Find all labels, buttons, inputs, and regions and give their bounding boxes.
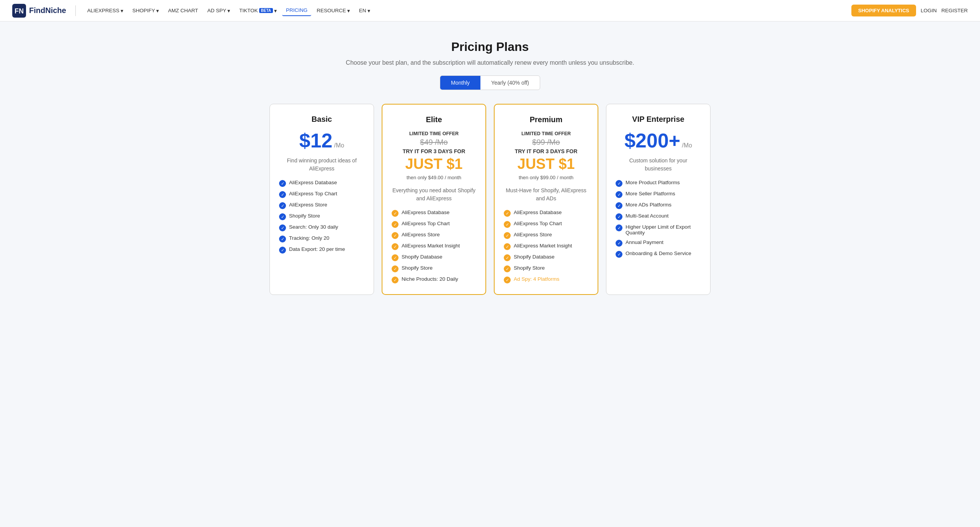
feature-text: AliExpress Top Chart (514, 221, 562, 226)
check-icon: ✓ (504, 210, 511, 217)
list-item: ✓ Higher Upper Limit of Export Quantity (616, 224, 701, 236)
premium-plan-card: Premium LIMITED TIME OFFER $99 /Mo TRY I… (494, 104, 598, 295)
elite-price-section: LIMITED TIME OFFER $49 /Mo TRY IT FOR 3 … (392, 131, 476, 180)
feature-text: More ADs Platforms (626, 202, 671, 208)
feature-text: More Product Platforms (626, 180, 680, 185)
basic-price: $12 (299, 131, 333, 151)
check-icon: ✓ (616, 240, 622, 247)
elite-try-text: TRY IT FOR 3 DAYS FOR (392, 148, 476, 154)
feature-text: AliExpress Top Chart (289, 191, 337, 196)
register-link[interactable]: REGISTER (941, 8, 968, 13)
check-icon: ✓ (279, 224, 286, 231)
list-item: ✓ Shopify Store (504, 265, 588, 272)
pricing-subtitle: Choose your best plan, and the subscript… (270, 59, 710, 66)
billing-toggle: Monthly Yearly (40% off) (440, 75, 540, 90)
list-item: ✓ Multi-Seat Account (616, 213, 701, 220)
premium-plan-title: Premium (504, 115, 588, 124)
vip-per-mo: /Mo (682, 142, 692, 149)
nav-amz-chart[interactable]: AMZ CHART (164, 5, 202, 16)
check-icon: ✓ (392, 221, 399, 228)
vip-description: Custom solution for your businesses (616, 157, 701, 173)
shopify-analytics-button[interactable]: SHOPIFY ANALYTICS (851, 5, 916, 16)
login-link[interactable]: LOGIN (921, 8, 937, 13)
premium-just-price: JUST $1 (504, 156, 588, 172)
elite-description: Everything you need about Shopify and Al… (392, 187, 476, 203)
check-icon: ✓ (616, 213, 622, 220)
check-icon: ✓ (392, 243, 399, 250)
main-content: Pricing Plans Choose your best plan, and… (260, 21, 720, 313)
list-item: ✓ AliExpress Database (504, 209, 588, 217)
feature-text: AliExpress Store (289, 202, 327, 208)
list-item: ✓ AliExpress Database (279, 180, 364, 187)
check-icon: ✓ (392, 210, 399, 217)
nav-divider (75, 5, 76, 16)
feature-text: AliExpress Database (402, 209, 449, 215)
basic-plan-title: Basic (279, 115, 364, 124)
navbar: FN FindNiche ALIEXPRESS ▾ SHOPIFY ▾ AMZ … (0, 0, 980, 21)
elite-original-price: $49 /Mo (392, 138, 476, 147)
check-icon: ✓ (279, 213, 286, 220)
elite-plan-card: Elite LIMITED TIME OFFER $49 /Mo TRY IT … (382, 104, 486, 295)
list-item: ✓ More Product Platforms (616, 180, 701, 187)
elite-then-text: then only $49.00 / month (392, 175, 476, 180)
list-item: ✓ Shopify Store (279, 213, 364, 220)
logo[interactable]: FN FindNiche (12, 4, 66, 18)
check-icon: ✓ (504, 265, 511, 272)
vip-plan-title: VIP Enterprise (616, 115, 701, 124)
tiktok-beta-badge: BETA (259, 8, 273, 13)
list-item: ✓ Shopify Database (504, 254, 588, 261)
list-item: ✓ AliExpress Store (392, 232, 476, 239)
check-icon: ✓ (616, 202, 622, 209)
nav-language[interactable]: EN ▾ (355, 5, 374, 16)
vip-price-section: $200+ /Mo (616, 131, 701, 151)
nav-resource[interactable]: RESOURCE ▾ (313, 5, 354, 16)
check-icon: ✓ (504, 243, 511, 250)
premium-try-text: TRY IT FOR 3 DAYS FOR (504, 148, 588, 154)
premium-original-price: $99 /Mo (504, 138, 588, 147)
feature-text-highlighted: Ad Spy: 4 Platforms (514, 276, 559, 282)
pricing-cards: Basic $12 /Mo Find winning product ideas… (270, 104, 710, 295)
premium-price-section: LIMITED TIME OFFER $99 /Mo TRY IT FOR 3 … (504, 131, 588, 180)
premium-description: Must-Have for Shopify, AliExpress and AD… (504, 187, 588, 203)
check-icon: ✓ (279, 236, 286, 242)
check-icon: ✓ (504, 221, 511, 228)
list-item: ✓ Shopify Store (392, 265, 476, 272)
list-item: ✓ More Seller Platforms (616, 191, 701, 198)
basic-price-section: $12 /Mo (279, 131, 364, 151)
check-icon: ✓ (616, 180, 622, 187)
pricing-title: Pricing Plans (270, 40, 710, 54)
elite-just-price: JUST $1 (392, 156, 476, 172)
feature-text: Tracking: Only 20 (289, 235, 329, 241)
nav-shopify[interactable]: SHOPIFY ▾ (129, 5, 163, 16)
feature-text: AliExpress Store (402, 232, 440, 237)
check-icon: ✓ (616, 191, 622, 198)
svg-text:FN: FN (15, 7, 24, 15)
list-item: ✓ Tracking: Only 20 (279, 235, 364, 242)
nav-tiktok[interactable]: TIKTOK BETA ▾ (235, 5, 281, 16)
list-item: ✓ AliExpress Store (279, 202, 364, 209)
vip-feature-list: ✓ More Product Platforms ✓ More Seller P… (616, 180, 701, 258)
feature-text: Search: Only 30 daily (289, 224, 338, 230)
check-icon: ✓ (392, 232, 399, 239)
check-icon: ✓ (279, 202, 286, 209)
yearly-toggle[interactable]: Yearly (40% off) (480, 76, 540, 90)
nav-aliexpress[interactable]: ALIEXPRESS ▾ (83, 5, 127, 16)
pricing-header: Pricing Plans Choose your best plan, and… (270, 40, 710, 90)
feature-text: AliExpress Store (514, 232, 552, 237)
feature-text: Annual Payment (626, 239, 663, 245)
vip-price: $200+ (624, 131, 680, 151)
basic-description: Find winning product ideas of AliExpress (279, 157, 364, 173)
check-icon: ✓ (392, 265, 399, 272)
feature-text: More Seller Platforms (626, 191, 675, 196)
list-item: ✓ More ADs Platforms (616, 202, 701, 209)
nav-pricing[interactable]: PRICING (282, 5, 311, 16)
elite-plan-title: Elite (392, 115, 476, 124)
feature-text: Niche Products: 20 Daily (402, 276, 458, 282)
nav-ad-spy[interactable]: AD SPY ▾ (204, 5, 234, 16)
premium-feature-list: ✓ AliExpress Database ✓ AliExpress Top C… (504, 209, 588, 283)
check-icon: ✓ (279, 191, 286, 198)
monthly-toggle[interactable]: Monthly (440, 76, 480, 90)
nav-links: ALIEXPRESS ▾ SHOPIFY ▾ AMZ CHART AD SPY … (83, 5, 851, 16)
check-icon: ✓ (392, 254, 399, 261)
feature-text: AliExpress Market Insight (402, 243, 460, 249)
